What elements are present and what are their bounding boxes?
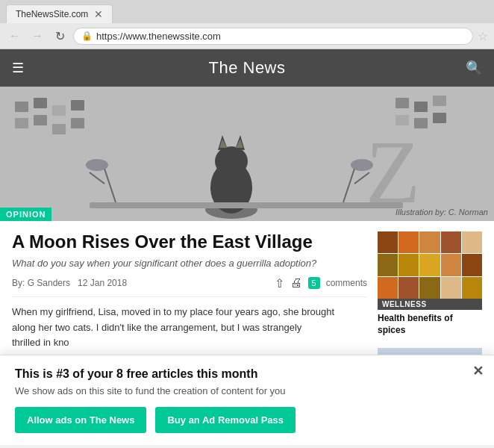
article-title: A Moon Rises Over the East Village bbox=[12, 231, 367, 253]
address-bar-row: ← → ↻ 🔒 https://www.thenewssite.com ☆ bbox=[0, 23, 494, 49]
paywall-title: This is #3 of your 8 free articles this … bbox=[15, 367, 479, 381]
svg-rect-3 bbox=[34, 98, 47, 108]
comments-count: 5 bbox=[308, 277, 320, 289]
paywall-overlay: ✕ This is #3 of your 8 free articles thi… bbox=[0, 355, 494, 445]
site-title: The News bbox=[208, 58, 285, 78]
illustration-credit: Illustration by: C. Norman bbox=[395, 208, 488, 217]
svg-rect-5 bbox=[34, 115, 47, 125]
tab-title: TheNewsSite.com bbox=[16, 9, 88, 19]
svg-rect-8 bbox=[71, 100, 84, 111]
svg-rect-2 bbox=[15, 102, 28, 112]
browser-chrome: TheNewsSite.com ✕ ← → ↻ 🔒 https://www.th… bbox=[0, 0, 494, 49]
sidebar-card-wellness[interactable]: WELLNESS Health benefits of spices bbox=[378, 231, 482, 339]
opinion-badge: OPINION bbox=[0, 208, 51, 221]
website-content: ☰ The News 🔍 Z bbox=[0, 49, 494, 445]
search-icon[interactable]: 🔍 bbox=[466, 60, 482, 76]
paywall-description: We show ads on this site to fund the cre… bbox=[15, 385, 479, 396]
wellness-card-label: Health benefits of spices bbox=[378, 310, 482, 339]
back-button[interactable]: ← bbox=[6, 27, 24, 45]
wellness-tag: WELLNESS bbox=[378, 299, 482, 310]
wellness-card-image bbox=[378, 231, 482, 299]
comments-label[interactable]: comments bbox=[326, 278, 367, 288]
body-text-1: When my girlfriend, Lisa, moved in to my… bbox=[12, 305, 367, 320]
tab-close-icon[interactable]: ✕ bbox=[94, 9, 103, 19]
paywall-close-button[interactable]: ✕ bbox=[472, 363, 484, 379]
article-subtitle: What do you say when your significant ot… bbox=[12, 258, 367, 269]
hamburger-menu-icon[interactable]: ☰ bbox=[12, 60, 24, 76]
url-text: https://www.thenewssite.com bbox=[96, 31, 221, 42]
svg-rect-9 bbox=[71, 118, 84, 128]
article-meta: By: G Sanders 12 Jan 2018 ⇧ 🖨 5 comments bbox=[12, 276, 367, 297]
body-text-3: thrilled in kno bbox=[12, 335, 367, 351]
meta-actions: ⇧ 🖨 5 comments bbox=[275, 276, 367, 290]
svg-rect-10 bbox=[395, 98, 409, 108]
site-navbar: ☰ The News 🔍 bbox=[0, 49, 494, 87]
print-icon[interactable]: 🖨 bbox=[290, 276, 302, 290]
svg-point-26 bbox=[86, 159, 108, 171]
svg-rect-7 bbox=[52, 124, 66, 134]
hero-image: Z OPINION Illustration by: C. Nor bbox=[0, 87, 494, 221]
bookmark-icon[interactable]: ☆ bbox=[478, 29, 488, 43]
allow-ads-button[interactable]: Allow ads on The News bbox=[15, 407, 146, 433]
browser-tab[interactable]: TheNewsSite.com ✕ bbox=[6, 4, 113, 23]
tab-bar: TheNewsSite.com ✕ bbox=[0, 0, 494, 23]
forward-button[interactable]: → bbox=[28, 27, 46, 45]
share-icon[interactable]: ⇧ bbox=[275, 276, 284, 290]
address-bar[interactable]: 🔒 https://www.thenewssite.com bbox=[73, 28, 473, 45]
buy-pass-button[interactable]: Buy an Ad Removal Pass bbox=[155, 407, 296, 433]
svg-point-29 bbox=[351, 159, 373, 171]
refresh-button[interactable]: ↻ bbox=[51, 27, 69, 45]
svg-rect-24 bbox=[90, 202, 403, 208]
svg-rect-11 bbox=[414, 102, 428, 112]
article-author: By: G Sanders bbox=[12, 278, 70, 288]
paywall-buttons: Allow ads on The News Buy an Ad Removal … bbox=[15, 407, 479, 433]
lock-icon: 🔒 bbox=[81, 31, 93, 41]
svg-rect-15 bbox=[433, 113, 446, 123]
body-text-2: along her two cats. I didn't like the ar… bbox=[12, 320, 367, 336]
svg-rect-4 bbox=[15, 118, 28, 128]
svg-rect-6 bbox=[52, 105, 66, 116]
article-date: 12 Jan 2018 bbox=[78, 278, 127, 288]
svg-point-19 bbox=[215, 146, 248, 176]
svg-rect-12 bbox=[433, 96, 446, 106]
